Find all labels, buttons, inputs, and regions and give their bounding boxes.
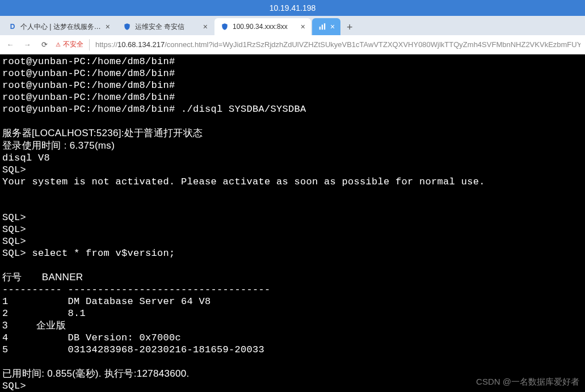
tab-title: 个人中心 | 达梦在线服务平台	[20, 22, 102, 32]
tab-title: 运维安全 奇安信	[135, 22, 200, 32]
terminal-line: Your system is not activated. Please act…	[2, 176, 485, 187]
terminal-line: SQL> select * from v$version;	[2, 248, 175, 259]
insecure-label: 不安全	[63, 40, 83, 49]
back-button[interactable]: ←	[5, 39, 16, 50]
security-warning[interactable]: ⚠ 不安全	[56, 40, 83, 49]
forward-button[interactable]: →	[22, 39, 33, 50]
favicon-shield-icon	[220, 22, 229, 31]
svg-rect-0	[319, 27, 321, 29]
new-tab-button[interactable]: +	[342, 19, 357, 35]
terminal-line: SQL>	[2, 381, 26, 391]
terminal-line: 已用时间: 0.855(毫秒). 执行号:127843600.	[2, 368, 190, 379]
terminal-line: SQL>	[2, 224, 26, 235]
terminal-output[interactable]: root@yunban-PC:/home/dm8/bin# root@yunba…	[0, 54, 585, 392]
tab-qianxin[interactable]: 运维安全 奇安信 ×	[117, 18, 213, 35]
terminal-line: 服务器[LOCALHOST:5236]:处于普通打开状态	[2, 128, 203, 138]
browser-tabs: D 个人中心 | 达梦在线服务平台 × 运维安全 奇安信 × 100.90.34…	[0, 16, 585, 35]
terminal-line: root@yunban-PC:/home/dm8/bin#	[2, 68, 175, 79]
url-input[interactable]: https://10.68.134.217/connect.html?id=Wy…	[95, 40, 580, 49]
terminal-line: 3 企业版	[2, 320, 66, 331]
terminal-line: root@yunban-PC:/home/dm8/bin#	[2, 92, 175, 103]
reload-button[interactable]: ⟳	[39, 39, 50, 50]
tab-pinned[interactable]: ×	[312, 18, 340, 35]
close-icon[interactable]: ×	[203, 22, 208, 31]
close-icon[interactable]: ×	[301, 22, 305, 31]
terminal-line: root@yunban-PC:/home/dm8/bin#	[2, 56, 175, 67]
tab-dameng[interactable]: D 个人中心 | 达梦在线服务平台 ×	[2, 18, 116, 35]
svg-rect-2	[324, 23, 325, 29]
close-icon[interactable]: ×	[106, 22, 110, 31]
terminal-line: root@yunban-PC:/home/dm8/bin# ./disql SY…	[2, 104, 306, 115]
divider	[89, 39, 90, 50]
favicon-d-icon: D	[8, 22, 17, 31]
terminal-line: SQL>	[2, 236, 26, 247]
plus-icon: +	[347, 22, 353, 33]
favicon-chart-icon	[318, 22, 327, 31]
terminal-line: 4 DB Version: 0x7000c	[2, 332, 181, 343]
terminal-line: 行号 BANNER	[2, 272, 83, 283]
terminal-line: SQL>	[2, 165, 26, 175]
close-icon[interactable]: ×	[330, 22, 335, 31]
tab-active[interactable]: 100.90.34.xxx:8xx ×	[214, 18, 311, 35]
terminal-line: SQL>	[2, 212, 26, 223]
warning-icon: ⚠	[56, 41, 61, 48]
terminal-line: disql V8	[2, 153, 50, 163]
address-bar: ← → ⟳ ⚠ 不安全 https://10.68.134.217/connec…	[0, 35, 585, 54]
terminal-line: 登录使用时间 : 6.375(ms)	[2, 140, 115, 151]
watermark: CSDN @一名数据库爱好者	[476, 377, 579, 387]
window-title-bar: 10.19.41.198	[0, 0, 585, 16]
terminal-line: ---------- -----------------------------…	[2, 284, 271, 295]
tab-title: 100.90.34.xxx:8xx	[233, 23, 297, 31]
terminal-line: 1 DM Database Server 64 V8	[2, 296, 211, 307]
terminal-line: 2 8.1	[2, 308, 86, 319]
title-ip: 10.19.41.198	[270, 3, 316, 12]
svg-rect-1	[322, 25, 323, 30]
favicon-shield-icon	[123, 22, 132, 31]
terminal-line: 5 03134283968-20230216-181659-20033	[2, 344, 264, 355]
terminal-line: root@yunban-PC:/home/dm8/bin#	[2, 80, 175, 91]
